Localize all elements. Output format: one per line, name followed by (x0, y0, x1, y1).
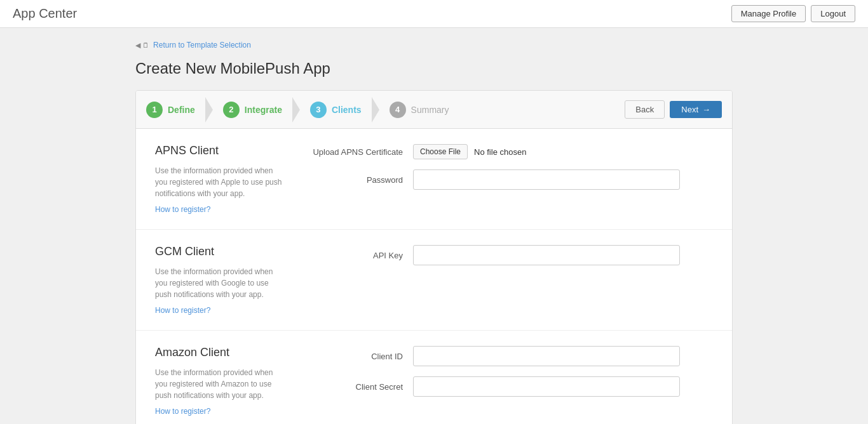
step-arrow-integrate (292, 97, 300, 123)
step-num-clients: 3 (310, 102, 327, 118)
gcm-layout: GCM Client Use the information provided … (155, 245, 713, 315)
app-title: App Center (13, 6, 77, 21)
amazon-clientsecret-label: Client Secret (301, 382, 403, 392)
gcm-info: GCM Client Use the information provided … (155, 245, 282, 315)
gcm-apikey-label: API Key (301, 251, 403, 260)
amazon-description: Use the information provided when you re… (155, 367, 282, 401)
steps-list: 1 Define 2 Integrate 3 Clients (146, 97, 625, 123)
step-define[interactable]: 1 Define (146, 97, 223, 123)
step-num-summary: 4 (390, 102, 406, 118)
choose-file-button[interactable]: Choose File (413, 144, 468, 159)
gcm-apikey-row: API Key (301, 245, 713, 265)
step-integrate[interactable]: 2 Integrate (223, 97, 310, 123)
breadcrumb-link[interactable]: Return to Template Selection (153, 41, 251, 50)
gcm-apikey-input[interactable] (413, 245, 680, 265)
amazon-clientsecret-input[interactable] (413, 376, 680, 397)
wizard-body: APNS Client Use the information provided… (136, 129, 732, 424)
apns-upload-label: Upload APNS Certificate (301, 147, 403, 157)
gcm-fields: API Key (301, 245, 713, 315)
amazon-clientsecret-row: Client Secret (301, 376, 713, 397)
apns-fields: Upload APNS Certificate Choose File No f… (301, 144, 713, 214)
amazon-clientid-label: Client ID (301, 352, 403, 361)
step-arrow-define (205, 97, 213, 123)
apns-info: APNS Client Use the information provided… (155, 144, 282, 214)
step-num-integrate: 2 (223, 102, 240, 118)
amazon-info: Amazon Client Use the information provid… (155, 346, 282, 416)
gcm-section: GCM Client Use the information provided … (136, 230, 732, 331)
step-summary[interactable]: 4 Summary (390, 102, 459, 118)
step-clients[interactable]: 3 Clients (310, 97, 390, 123)
wizard-container: 1 Define 2 Integrate 3 Clients (135, 90, 733, 424)
apns-section: APNS Client Use the information provided… (136, 129, 732, 230)
step-label-define: Define (168, 105, 195, 115)
apns-title: APNS Client (155, 144, 282, 157)
manage-profile-button[interactable]: Manage Profile (731, 5, 806, 22)
gcm-title: GCM Client (155, 245, 282, 258)
next-button[interactable]: Next → (670, 101, 722, 118)
next-label: Next (681, 105, 698, 114)
step-num-define: 1 (146, 102, 163, 118)
main-content: ◀ 🗒 Return to Template Selection Create … (123, 28, 745, 424)
wizard-nav: Back Next → (625, 100, 722, 119)
apns-password-row: Password (301, 169, 713, 190)
back-icon: ◀ 🗒 (135, 41, 149, 50)
step-arrow-clients (372, 97, 379, 123)
apns-password-label: Password (301, 175, 403, 185)
header-actions: Manage Profile Logout (731, 5, 855, 22)
wizard-steps-header: 1 Define 2 Integrate 3 Clients (136, 91, 732, 129)
header: App Center Manage Profile Logout (0, 0, 868, 28)
amazon-clientid-row: Client ID (301, 346, 713, 366)
amazon-section: Amazon Client Use the information provid… (136, 331, 732, 424)
amazon-fields: Client ID Client Secret (301, 346, 713, 416)
gcm-description: Use the information provided when you re… (155, 266, 282, 300)
apns-password-input[interactable] (413, 169, 680, 190)
breadcrumb[interactable]: ◀ 🗒 Return to Template Selection (135, 41, 733, 50)
amazon-layout: Amazon Client Use the information provid… (155, 346, 713, 416)
page-title: Create New MobilePush App (135, 60, 733, 77)
next-arrow-icon: → (702, 105, 710, 114)
apns-register-link[interactable]: How to register? (155, 205, 210, 214)
amazon-register-link[interactable]: How to register? (155, 407, 210, 416)
amazon-title: Amazon Client (155, 346, 282, 359)
apns-upload-area: Choose File No file chosen (413, 144, 526, 159)
apns-description: Use the information provided when you re… (155, 165, 282, 199)
step-label-integrate: Integrate (245, 105, 282, 115)
logout-button[interactable]: Logout (811, 5, 855, 22)
apns-upload-row: Upload APNS Certificate Choose File No f… (301, 144, 713, 159)
step-label-clients: Clients (332, 105, 362, 115)
apns-layout: APNS Client Use the information provided… (155, 144, 713, 214)
no-file-text: No file chosen (474, 147, 526, 157)
step-label-summary: Summary (411, 105, 449, 115)
gcm-register-link[interactable]: How to register? (155, 306, 210, 315)
amazon-clientid-input[interactable] (413, 346, 680, 366)
back-button[interactable]: Back (625, 100, 665, 119)
